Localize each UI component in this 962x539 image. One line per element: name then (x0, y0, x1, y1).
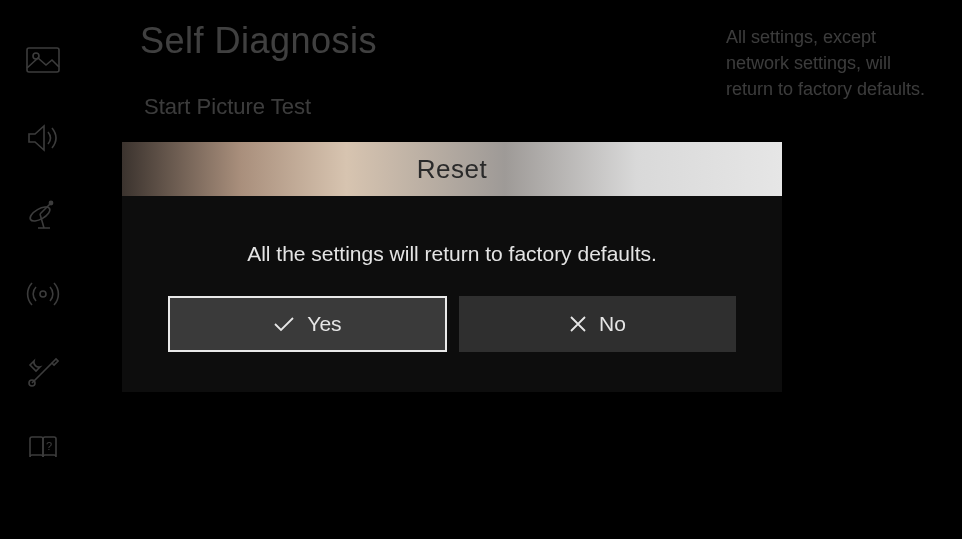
sound-icon[interactable] (23, 122, 63, 154)
reset-confirm-dialog: Reset All the settings will return to fa… (122, 142, 782, 392)
page-title: Self Diagnosis (140, 20, 700, 62)
dialog-message: All the settings will return to factory … (122, 196, 782, 296)
no-button-label: No (599, 312, 626, 336)
tools-icon[interactable] (23, 356, 63, 388)
svg-point-4 (40, 291, 46, 297)
svg-rect-0 (27, 48, 59, 72)
svg-text:?: ? (46, 440, 52, 452)
dialog-actions: Yes No (122, 296, 782, 392)
help-icon[interactable]: ? (23, 434, 63, 466)
sidebar: ? (0, 0, 86, 539)
picture-icon[interactable] (23, 44, 63, 76)
menu-item-picture-test[interactable]: Start Picture Test (140, 84, 700, 130)
check-icon (273, 316, 295, 332)
svg-point-3 (49, 201, 52, 204)
close-icon (569, 315, 587, 333)
satellite-icon[interactable] (23, 200, 63, 232)
yes-button-label: Yes (307, 312, 341, 336)
broadcast-icon[interactable] (23, 278, 63, 310)
setting-description: All settings, except network settings, w… (726, 24, 936, 102)
dialog-title: Reset (122, 142, 782, 196)
yes-button[interactable]: Yes (168, 296, 447, 352)
no-button[interactable]: No (459, 296, 736, 352)
